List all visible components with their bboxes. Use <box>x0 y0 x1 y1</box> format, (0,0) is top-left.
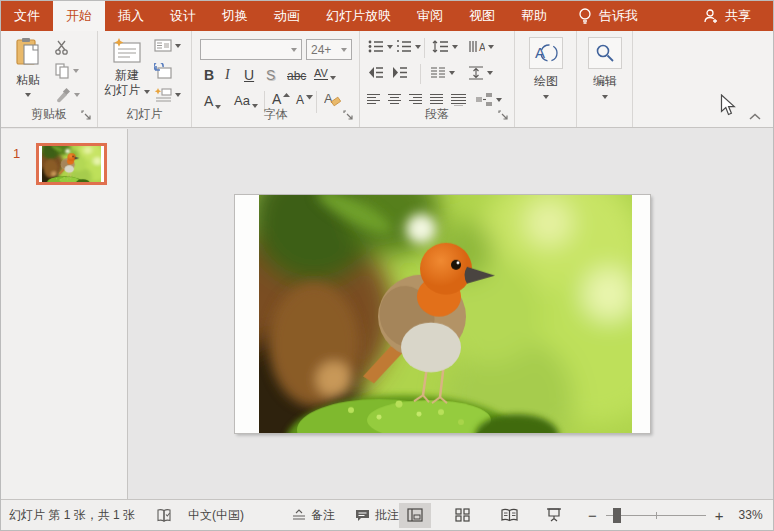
columns-dropdown-arrow[interactable] <box>449 71 455 75</box>
copy-dropdown-arrow[interactable] <box>73 69 79 73</box>
new-slide-dropdown-arrow[interactable] <box>144 90 150 94</box>
copy-button[interactable] <box>55 63 79 79</box>
layout-dropdown-arrow[interactable] <box>175 44 181 48</box>
reading-view-button[interactable] <box>493 503 525 528</box>
line-spacing-icon <box>432 40 449 53</box>
bullets-button[interactable] <box>368 40 393 53</box>
justify-icon <box>429 93 444 106</box>
ribbon: 粘贴 剪贴板 <box>1 31 773 128</box>
scissors-icon <box>55 40 71 55</box>
distribute-button[interactable] <box>450 93 467 106</box>
clipboard-dialog-launcher[interactable] <box>81 110 93 122</box>
slide-sorter-view-button[interactable] <box>446 503 478 528</box>
italic-button[interactable]: I <box>225 67 230 83</box>
decrease-font-size-button[interactable]: A <box>296 93 313 107</box>
tab-animations[interactable]: 动画 <box>261 1 313 31</box>
drawing-dropdown-arrow[interactable] <box>543 95 549 99</box>
font-name-dropdown-arrow[interactable] <box>291 48 297 52</box>
paragraph-group: A <box>360 31 515 127</box>
section-dropdown-arrow[interactable] <box>175 93 181 97</box>
notes-icon <box>292 509 306 521</box>
zoom-percentage[interactable]: 33% <box>739 508 763 522</box>
line-spacing-dropdown-arrow[interactable] <box>452 45 458 49</box>
tab-transitions[interactable]: 切换 <box>209 1 261 31</box>
tab-design[interactable]: 设计 <box>157 1 209 31</box>
text-direction-icon: A <box>468 40 485 53</box>
slideshow-view-button[interactable] <box>538 503 570 528</box>
numbering-button[interactable] <box>396 40 421 53</box>
font-dialog-launcher[interactable] <box>343 110 355 122</box>
columns-button[interactable] <box>430 66 455 79</box>
slide-editing-area[interactable] <box>129 129 773 499</box>
text-direction-button[interactable]: A <box>468 40 494 53</box>
increase-font-size-button[interactable]: A <box>272 91 290 107</box>
tab-insert[interactable]: 插入 <box>105 1 157 31</box>
align-text-button[interactable] <box>468 66 493 80</box>
reading-view-icon <box>501 508 518 522</box>
slide-layout-button[interactable] <box>154 39 181 52</box>
font-size-combobox[interactable]: 24+ <box>306 39 352 60</box>
tab-home[interactable]: 开始 <box>53 1 105 31</box>
slide-1-thumbnail-image <box>42 146 101 182</box>
reset-slide-button[interactable] <box>154 63 172 79</box>
editing-dropdown-arrow[interactable] <box>602 95 608 99</box>
zoom-slider[interactable] <box>606 503 706 528</box>
tab-view[interactable]: 视图 <box>456 1 508 31</box>
paragraph-group-label: 段落 <box>360 106 514 123</box>
normal-view-button[interactable] <box>399 503 431 528</box>
character-spacing-button[interactable]: AV <box>314 67 336 80</box>
format-painter-button[interactable] <box>55 87 80 103</box>
bird-picture[interactable] <box>259 195 632 433</box>
tab-slideshow[interactable]: 幻灯片放映 <box>313 1 404 31</box>
tell-me-box[interactable]: 告诉我 <box>568 1 648 31</box>
align-center-button[interactable] <box>387 93 402 106</box>
slide-1[interactable] <box>234 194 651 434</box>
comments-button[interactable]: 批注 <box>355 507 399 524</box>
paragraph-dialog-launcher[interactable] <box>498 110 510 122</box>
align-text-dropdown-arrow[interactable] <box>487 71 493 75</box>
tab-file[interactable]: 文件 <box>1 1 53 31</box>
new-slide-label-2: 幻灯片 <box>104 83 149 98</box>
share-button[interactable]: 共享 <box>689 1 765 31</box>
align-text-icon <box>468 66 484 80</box>
line-spacing-button[interactable] <box>432 40 458 53</box>
editing-button[interactable]: 编辑 <box>587 37 623 99</box>
paste-button[interactable]: 粘贴 <box>7 37 49 97</box>
strikethrough-button[interactable]: abc <box>287 69 306 83</box>
font-name-combobox[interactable] <box>200 39 302 60</box>
character-spacing-icon: AV <box>314 67 328 80</box>
slide-counter: 幻灯片 第 1 张，共 1 张 <box>9 507 135 524</box>
character-spacing-dropdown-arrow[interactable] <box>330 76 336 80</box>
notes-button[interactable]: 备注 <box>292 507 335 524</box>
section-button[interactable] <box>154 87 181 102</box>
smartart-dropdown-arrow[interactable] <box>496 98 502 102</box>
cut-button[interactable] <box>55 40 71 55</box>
decrease-indent-button[interactable] <box>368 66 384 79</box>
new-slide-button[interactable]: 新建 幻灯片 <box>104 37 150 98</box>
convert-smartart-button[interactable] <box>475 92 502 107</box>
zoom-slider-thumb[interactable] <box>613 508 621 523</box>
language-button[interactable]: 中文(中国) <box>188 507 244 524</box>
underline-button[interactable]: U <box>244 67 254 83</box>
tab-review[interactable]: 审阅 <box>404 1 456 31</box>
align-right-button[interactable] <box>408 93 423 106</box>
collapse-ribbon-button[interactable] <box>749 113 761 121</box>
bold-button[interactable]: B <box>204 67 214 83</box>
numbering-dropdown-arrow[interactable] <box>415 45 421 49</box>
text-shadow-button[interactable]: S <box>266 67 275 83</box>
bullets-dropdown-arrow[interactable] <box>387 45 393 49</box>
drawing-button[interactable]: A 绘图 <box>528 37 564 99</box>
align-left-button[interactable] <box>366 93 381 106</box>
slide-1-thumbnail[interactable] <box>36 143 107 185</box>
spell-check-button[interactable] <box>157 508 172 523</box>
justify-button[interactable] <box>429 93 444 106</box>
paste-dropdown-arrow[interactable] <box>25 93 31 97</box>
increase-indent-button[interactable] <box>392 66 408 79</box>
zoom-in-button[interactable]: + <box>711 507 728 524</box>
tab-help[interactable]: 帮助 <box>508 1 560 31</box>
zoom-out-button[interactable]: − <box>584 507 601 524</box>
format-painter-dropdown-arrow[interactable] <box>74 93 80 97</box>
font-size-dropdown-arrow[interactable] <box>341 48 347 52</box>
text-direction-dropdown-arrow[interactable] <box>488 45 494 49</box>
slide-thumbnails-panel: 1 <box>1 129 128 499</box>
